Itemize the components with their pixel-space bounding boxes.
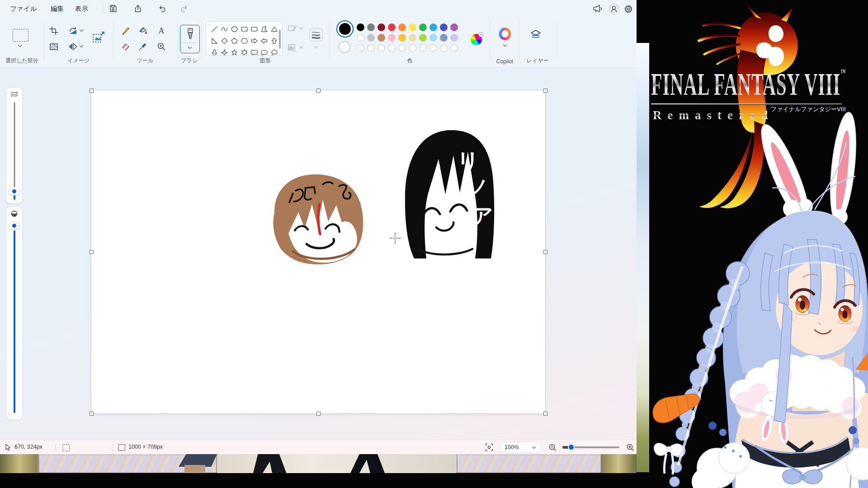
opacity-slider-fill[interactable] bbox=[14, 230, 15, 413]
color-swatch[interactable] bbox=[450, 23, 458, 31]
size-slider-thumb[interactable] bbox=[9, 188, 20, 195]
shape-right-triangle-icon[interactable] bbox=[209, 35, 219, 47]
color-swatch[interactable] bbox=[429, 23, 437, 31]
shape-arrow-left-icon[interactable] bbox=[259, 35, 269, 47]
resize-handle[interactable] bbox=[316, 412, 321, 416]
undo-icon[interactable] bbox=[158, 4, 167, 13]
shape-pentagon-icon[interactable] bbox=[229, 35, 239, 47]
resize-handle[interactable] bbox=[90, 250, 94, 254]
color-swatch[interactable] bbox=[377, 34, 385, 42]
fit-screen-icon[interactable] bbox=[485, 443, 494, 452]
color-swatch[interactable] bbox=[388, 34, 396, 42]
magnifier-icon[interactable] bbox=[156, 42, 166, 52]
shape-rectangle-icon[interactable] bbox=[239, 23, 249, 35]
brush-button[interactable] bbox=[180, 25, 200, 53]
resize-handle[interactable] bbox=[316, 89, 321, 93]
pencil-icon[interactable] bbox=[121, 26, 131, 36]
zoom-dropdown[interactable]: 100% bbox=[500, 441, 541, 453]
flip-icon[interactable] bbox=[68, 42, 78, 52]
add-color-icon[interactable]: + bbox=[478, 32, 483, 37]
shapes-scrollbar[interactable] bbox=[279, 30, 281, 49]
resize-handle[interactable] bbox=[543, 412, 547, 416]
custom-color-slot[interactable] bbox=[367, 44, 375, 52]
chevron-down-icon[interactable] bbox=[79, 45, 84, 48]
chevron-down-icon[interactable] bbox=[299, 46, 303, 49]
resize-icon[interactable] bbox=[92, 31, 105, 44]
custom-color-slot[interactable] bbox=[377, 44, 385, 52]
shape-polygon-icon[interactable] bbox=[259, 23, 269, 35]
color-swatch[interactable] bbox=[450, 34, 458, 42]
zoom-slider-thumb[interactable] bbox=[568, 444, 575, 450]
shape-star-five-icon[interactable] bbox=[229, 47, 239, 56]
size-slider-track[interactable] bbox=[14, 102, 15, 187]
chevron-down-icon[interactable] bbox=[314, 46, 318, 49]
chevron-down-icon[interactable] bbox=[79, 29, 84, 32]
account-icon[interactable] bbox=[608, 3, 620, 15]
shape-outline-icon[interactable] bbox=[287, 23, 297, 33]
custom-color-slot[interactable] bbox=[440, 44, 448, 52]
megaphone-icon[interactable] bbox=[593, 5, 603, 13]
color-swatch[interactable] bbox=[419, 34, 427, 42]
skew-icon[interactable] bbox=[49, 42, 59, 52]
crop-icon[interactable] bbox=[49, 26, 59, 36]
shape-star-six-icon[interactable] bbox=[239, 47, 249, 56]
custom-color-slot[interactable] bbox=[429, 44, 437, 52]
redo-icon[interactable] bbox=[179, 4, 189, 13]
color-swatch[interactable] bbox=[367, 34, 375, 42]
shape-rounded-rectangle-icon[interactable] bbox=[249, 23, 259, 35]
resize-handle[interactable] bbox=[543, 89, 547, 93]
chevron-down-icon[interactable] bbox=[18, 44, 22, 47]
shape-line-icon[interactable] bbox=[209, 23, 219, 35]
custom-color-slot[interactable] bbox=[450, 44, 458, 52]
chevron-down-icon[interactable] bbox=[299, 27, 303, 30]
shape-arrow-right-icon[interactable] bbox=[249, 35, 259, 47]
settings-icon[interactable] bbox=[624, 5, 633, 14]
menu-edit[interactable]: 編集 bbox=[48, 0, 66, 17]
color-swatch[interactable] bbox=[409, 23, 416, 31]
color-swatch[interactable] bbox=[440, 34, 448, 42]
shape-oval-icon[interactable] bbox=[229, 23, 239, 35]
resize-handle[interactable] bbox=[90, 412, 94, 416]
save-icon[interactable] bbox=[108, 4, 118, 13]
color-swatch[interactable] bbox=[377, 23, 385, 31]
color-swatch[interactable] bbox=[388, 23, 396, 31]
rotate-icon[interactable] bbox=[68, 26, 78, 36]
copilot-icon[interactable] bbox=[498, 27, 512, 41]
background-color[interactable] bbox=[339, 41, 350, 53]
zoom-out-icon[interactable] bbox=[548, 443, 557, 452]
custom-color-slot[interactable] bbox=[398, 44, 406, 52]
shape-arrow-up-icon[interactable] bbox=[269, 35, 279, 47]
color-swatch[interactable] bbox=[398, 23, 406, 31]
shape-callout-cloud-icon[interactable] bbox=[269, 47, 279, 56]
color-swatch[interactable] bbox=[409, 34, 416, 42]
foreground-color[interactable] bbox=[336, 20, 354, 38]
shape-triangle-icon[interactable] bbox=[269, 23, 279, 35]
shape-star-four-icon[interactable] bbox=[219, 47, 229, 56]
drawing-canvas[interactable]: リ ノ ア bbox=[91, 90, 545, 413]
shape-diamond-icon[interactable] bbox=[219, 35, 229, 47]
color-swatch[interactable] bbox=[440, 23, 448, 31]
resize-handle[interactable] bbox=[543, 250, 547, 254]
color-swatch[interactable] bbox=[419, 23, 427, 31]
color-swatch[interactable] bbox=[357, 23, 364, 31]
shape-curve-icon[interactable] bbox=[219, 23, 229, 35]
eraser-icon[interactable] bbox=[121, 42, 131, 52]
shape-hexagon-icon[interactable] bbox=[239, 35, 249, 47]
resize-handle[interactable] bbox=[90, 89, 94, 93]
custom-color-slot[interactable] bbox=[419, 44, 427, 52]
share-icon[interactable] bbox=[133, 4, 142, 13]
opacity-slider-thumb[interactable] bbox=[9, 222, 20, 230]
zoom-in-icon[interactable] bbox=[626, 443, 635, 452]
custom-color-slot[interactable] bbox=[357, 44, 364, 52]
custom-color-slot[interactable] bbox=[409, 44, 416, 52]
text-icon[interactable]: A bbox=[156, 26, 166, 36]
layers-icon[interactable] bbox=[530, 29, 542, 41]
menu-view[interactable]: 表示 bbox=[72, 0, 91, 17]
color-swatch[interactable] bbox=[367, 23, 375, 31]
color-swatch[interactable] bbox=[357, 34, 364, 42]
eyedropper-icon[interactable] bbox=[138, 42, 148, 52]
fill-bucket-icon[interactable] bbox=[138, 26, 148, 36]
chevron-down-icon[interactable] bbox=[503, 44, 507, 47]
shape-fill-icon[interactable]: o bbox=[287, 42, 297, 52]
stroke-width-icon[interactable] bbox=[309, 28, 323, 42]
